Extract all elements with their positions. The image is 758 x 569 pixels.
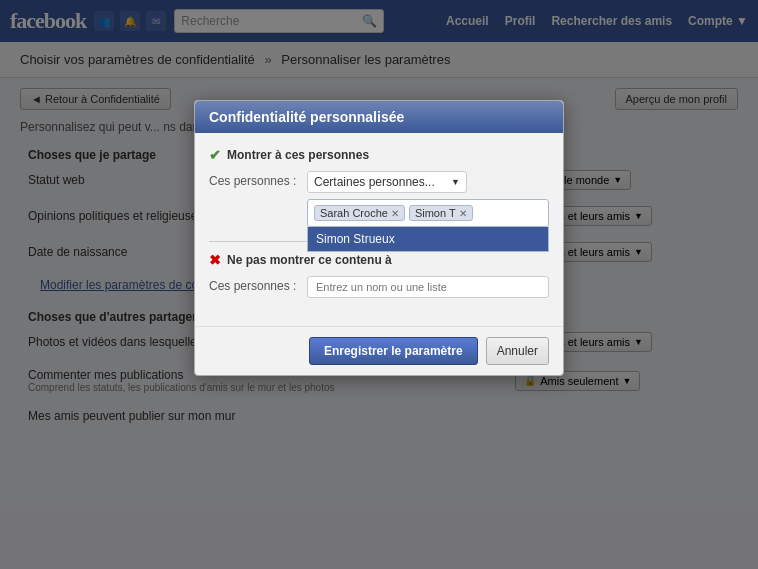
show-section-label: Montrer à ces personnes [227,148,369,162]
tag-simon-t-name: Simon T [415,207,456,219]
autocomplete-dropdown: Simon Strueux [307,227,549,252]
hide-section-label: Ne pas montrer ce contenu à [227,253,392,267]
tags-wrapper: Sarah Croche ✕ Simon T ✕ Simon Strueux [307,199,549,227]
show-section-title: ✔ Montrer à ces personnes [209,147,549,163]
tag-sarah-remove[interactable]: ✕ [391,208,399,219]
tags-container[interactable]: Sarah Croche ✕ Simon T ✕ [307,199,549,227]
hide-input[interactable] [307,276,549,298]
show-dropdown[interactable]: Certaines personnes... ▼ [307,171,467,193]
hide-row: Ces personnes : [209,276,549,298]
show-label: Ces personnes : [209,171,299,188]
show-row: Ces personnes : Certaines personnes... ▼… [209,171,549,227]
hide-section-title: ✖ Ne pas montrer ce contenu à [209,252,549,268]
hide-content [307,276,549,298]
show-dropdown-value: Certaines personnes... [314,175,435,189]
modal-title: Confidentialité personnalisée [209,109,404,125]
show-section: ✔ Montrer à ces personnes Ces personnes … [209,147,549,227]
tag-simon-t-remove[interactable]: ✕ [459,208,467,219]
show-content: Certaines personnes... ▼ Sarah Croche ✕ … [307,171,549,227]
tag-sarah[interactable]: Sarah Croche ✕ [314,205,405,221]
modal-body: ✔ Montrer à ces personnes Ces personnes … [195,133,563,326]
tag-input[interactable] [477,207,542,219]
tag-sarah-name: Sarah Croche [320,207,388,219]
custom-privacy-modal: Confidentialité personnalisée ✔ Montrer … [194,100,564,376]
dropdown-arrow: ▼ [451,177,460,187]
hide-label: Ces personnes : [209,276,299,293]
x-icon: ✖ [209,252,221,268]
cancel-button[interactable]: Annuler [486,337,549,365]
modal-header: Confidentialité personnalisée [195,101,563,133]
hide-section: ✖ Ne pas montrer ce contenu à Ces person… [209,252,549,298]
modal-footer: Enregistrer le paramètre Annuler [195,326,563,375]
tag-simon-t[interactable]: Simon T ✕ [409,205,473,221]
save-button[interactable]: Enregistrer le paramètre [309,337,478,365]
check-icon: ✔ [209,147,221,163]
autocomplete-item-simon-strueux[interactable]: Simon Strueux [308,227,548,251]
